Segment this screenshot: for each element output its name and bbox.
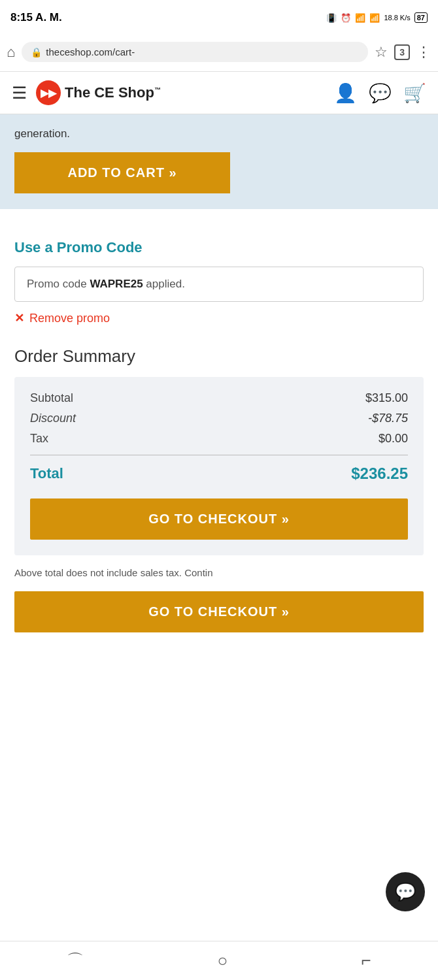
tax-row: Tax $0.00 (30, 432, 408, 446)
header-right: 👤 💬 🛒 (334, 82, 426, 104)
checkout-button[interactable]: GO TO CHECKOUT » (30, 498, 408, 540)
remove-x-icon: ✕ (14, 311, 24, 325)
subtotal-row: Subtotal $315.00 (30, 391, 408, 405)
cart-icon[interactable]: 🛒 (403, 82, 426, 104)
main-content: Use a Promo Code Promo code WAPRE25 appl… (0, 221, 438, 555)
chat-fab-icon: 💬 (395, 882, 416, 902)
header-left: ☰ ▶▶ The CE Shop™ (12, 80, 161, 105)
discount-row: Discount -$78.75 (30, 412, 408, 425)
battery-indicator: 87 (414, 12, 428, 23)
url-text: theceshop.com/cart- (46, 46, 135, 57)
status-bar: 8:15 A. M. 📳 ⏰ 📶 📶 18.8 K/s 87 (0, 0, 438, 33)
discount-label: Discount (30, 412, 76, 425)
promo-input-box[interactable]: Promo code WAPRE25 applied. (14, 267, 424, 302)
total-row: Total $236.25 (30, 465, 408, 483)
logo[interactable]: ▶▶ The CE Shop™ (36, 80, 161, 105)
bottom-checkout-button[interactable]: GO TO CHECKOUT » (14, 591, 424, 632)
product-subtitle: generation. (14, 127, 424, 140)
home-button[interactable]: ○ (218, 951, 228, 971)
site-header: ☰ ▶▶ The CE Shop™ 👤 💬 🛒 (0, 72, 438, 114)
add-to-cart-button[interactable]: ADD TO CART » (14, 152, 230, 193)
summary-box: Subtotal $315.00 Discount -$78.75 Tax $0… (14, 377, 424, 555)
remove-promo-button[interactable]: ✕ Remove promo (14, 311, 424, 325)
account-icon[interactable]: 👤 (334, 82, 357, 104)
hamburger-menu-icon[interactable]: ☰ (12, 83, 27, 103)
product-card: generation. ADD TO CART » (0, 114, 438, 209)
lock-icon: 🔒 (31, 47, 42, 57)
status-time: 8:15 A. M. (10, 11, 62, 24)
chat-fab-button[interactable]: 💬 (386, 872, 425, 911)
order-summary-title: Order Summary (14, 346, 424, 367)
bookmark-icon[interactable]: ☆ (375, 44, 388, 61)
browser-menu-icon[interactable]: ⋮ (416, 44, 431, 61)
promo-section: Use a Promo Code Promo code WAPRE25 appl… (14, 221, 424, 332)
bottom-checkout-bar: GO TO CHECKOUT » (0, 585, 438, 639)
chat-icon[interactable]: 💬 (369, 82, 392, 104)
recent-button[interactable]: ⌐ (362, 951, 371, 971)
speed-text: 18.8 K/s (384, 14, 410, 22)
promo-code: WAPRE25 (90, 278, 143, 290)
logo-text: The CE Shop™ (65, 84, 161, 101)
promo-input-suffix: applied. (143, 278, 185, 290)
url-bar[interactable]: 🔒 theceshop.com/cart- (22, 42, 368, 62)
summary-divider (30, 455, 408, 455)
vibrate-icon: 📳 (326, 13, 337, 23)
wifi-icon: 📶 (355, 13, 365, 23)
promo-title: Use a Promo Code (14, 239, 424, 256)
promo-input-prefix: Promo code (27, 278, 90, 290)
status-icons: 📳 ⏰ 📶 📶 18.8 K/s 87 (326, 12, 428, 23)
signal-icon: 📶 (369, 13, 380, 23)
total-label: Total (30, 465, 63, 482)
subtotal-label: Subtotal (30, 391, 73, 405)
android-nav-bar: ⌒ ○ ⌐ (0, 941, 438, 980)
back-button[interactable]: ⌒ (67, 949, 84, 972)
order-summary-section: Order Summary Subtotal $315.00 Discount … (14, 332, 424, 555)
total-value: $236.25 (351, 465, 408, 483)
browser-bar: ⌂ 🔒 theceshop.com/cart- ☆ 3 ⋮ (0, 33, 438, 72)
logo-icon: ▶▶ (36, 80, 61, 105)
tax-label: Tax (30, 432, 48, 446)
tab-count[interactable]: 3 (394, 44, 410, 60)
alarm-icon: ⏰ (341, 13, 351, 23)
home-icon[interactable]: ⌂ (7, 44, 15, 61)
subtotal-value: $315.00 (365, 391, 408, 405)
remove-promo-label: Remove promo (29, 312, 110, 325)
tax-value: $0.00 (379, 432, 408, 446)
footer-note: Above total does not include sales tax. … (0, 555, 438, 585)
discount-value: -$78.75 (368, 412, 408, 425)
